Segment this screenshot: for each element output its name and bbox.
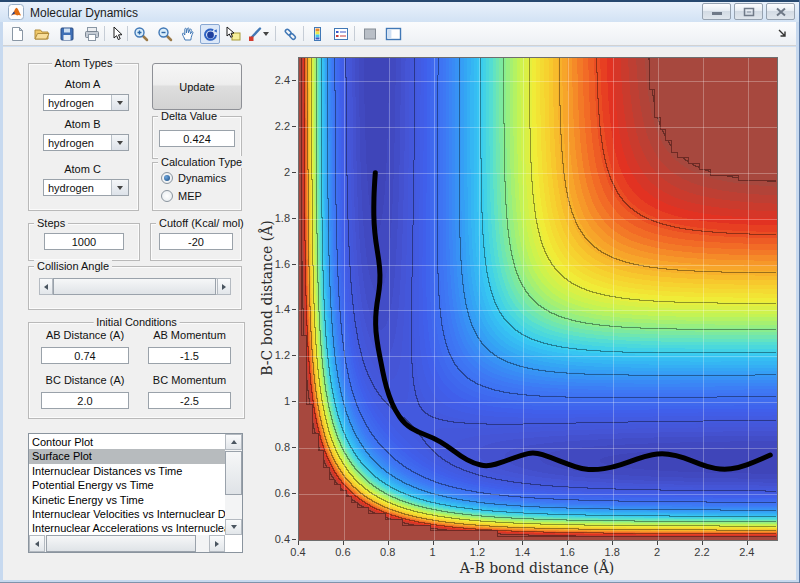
listbox-hscrollbar[interactable]	[29, 535, 225, 552]
y-tick-label: 1.8	[275, 212, 290, 224]
list-item[interactable]: Potential Energy vs Time	[29, 478, 225, 492]
x-tick-label: 0.8	[380, 546, 395, 558]
new-figure-button[interactable]	[7, 24, 27, 44]
plot-type-listbox[interactable]: Contour PlotSurface PlotInternuclear Dis…	[28, 433, 243, 553]
y-tick-label: 1.2	[275, 349, 290, 361]
open-file-icon	[34, 26, 50, 42]
ab-distance-label: AB Distance (A)	[41, 329, 129, 341]
x-tick-label: 0.4	[290, 546, 305, 558]
y-tick-label: 1.4	[275, 303, 290, 315]
zoom-out-icon	[157, 26, 173, 42]
bc-momentum-label: BC Momentum	[148, 374, 231, 386]
hscroll-thumb[interactable]	[46, 535, 196, 552]
hide-plot-tools-icon	[362, 26, 378, 42]
scroll-down-button[interactable]	[225, 519, 242, 535]
listbox-items: Contour PlotSurface PlotInternuclear Dis…	[29, 435, 225, 535]
x-tick-label: 1.6	[560, 546, 575, 558]
chevron-down-icon	[263, 32, 269, 36]
insert-legend-button[interactable]	[331, 24, 351, 44]
bc-momentum-field[interactable]	[148, 392, 231, 409]
atom-c-dropdown-button[interactable]	[111, 180, 128, 195]
right-arrow-icon	[222, 284, 226, 290]
x-tick-label: 1.8	[605, 546, 620, 558]
cutoff-panel: Cutoff (Kcal/ mol)	[150, 223, 242, 261]
minimize-button[interactable]	[702, 3, 731, 20]
edit-plot-button[interactable]	[107, 24, 127, 44]
y-tick-mark	[292, 447, 296, 448]
list-item[interactable]: Surface Plot	[29, 449, 225, 463]
dynamics-radio[interactable]: Dynamics	[161, 171, 226, 185]
pan-button[interactable]	[178, 24, 198, 44]
update-button[interactable]: Update	[152, 63, 242, 110]
title-bar[interactable]: Molecular Dynamics	[0, 2, 799, 22]
ab-distance-field[interactable]	[41, 347, 129, 364]
slider-right-arrow[interactable]	[217, 278, 231, 295]
x-tick-mark	[298, 541, 299, 545]
steps-title: Steps	[34, 217, 68, 229]
ab-momentum-field[interactable]	[148, 347, 231, 364]
delta-value-field[interactable]	[159, 130, 235, 147]
atom-a-select[interactable]: hydrogen	[43, 94, 129, 111]
x-tick-label: 1.4	[515, 546, 530, 558]
restore-button[interactable]	[734, 3, 763, 20]
list-item[interactable]: Kinetic Energy vs Time	[29, 493, 225, 507]
radio-unselected-icon	[161, 190, 173, 202]
slider-thumb[interactable]	[53, 278, 216, 295]
open-file-button[interactable]	[32, 24, 52, 44]
bc-distance-field[interactable]	[41, 392, 129, 409]
x-tick-mark	[567, 541, 568, 545]
y-tick-mark	[292, 126, 296, 127]
chevron-down-icon	[117, 141, 123, 145]
dock-figure-icon[interactable]	[778, 29, 788, 39]
chevron-down-icon	[117, 186, 123, 190]
list-item[interactable]: Internuclear Accelerations vs Internucle…	[29, 521, 225, 535]
steps-field[interactable]	[44, 233, 124, 250]
listbox-vscrollbar[interactable]	[225, 434, 242, 535]
scroll-up-button[interactable]	[225, 434, 242, 450]
mep-radio[interactable]: MEP	[161, 189, 202, 203]
link-plots-icon	[282, 26, 299, 43]
list-item[interactable]: Contour Plot	[29, 435, 225, 449]
y-tick-mark	[292, 493, 296, 494]
vscroll-thumb[interactable]	[225, 451, 242, 495]
atom-a-dropdown-button[interactable]	[111, 95, 128, 110]
y-tick-label: 0.8	[275, 441, 290, 453]
dynamics-radio-label: Dynamics	[178, 172, 226, 184]
matlab-icon	[8, 4, 24, 20]
y-tick-mark	[292, 218, 296, 219]
zoom-out-button[interactable]	[155, 24, 175, 44]
x-tick-mark	[657, 541, 658, 545]
zoom-in-button[interactable]	[131, 24, 151, 44]
hide-plot-tools-button[interactable]	[360, 24, 380, 44]
y-tick-mark	[292, 80, 296, 81]
insert-colorbar-button[interactable]	[308, 24, 328, 44]
potential-energy-surface-canvas[interactable]	[299, 58, 777, 540]
atom-c-value: hydrogen	[48, 182, 94, 194]
toolbar-separator	[275, 26, 276, 41]
list-item[interactable]: Internuclear Velocities vs Internuclear …	[29, 507, 225, 521]
print-button[interactable]	[82, 24, 102, 44]
rotate-3d-button[interactable]	[200, 24, 220, 44]
atom-b-dropdown-button[interactable]	[111, 135, 128, 150]
link-plots-button[interactable]	[280, 24, 300, 44]
contour-plot-axes[interactable]	[298, 57, 778, 541]
brush-dropdown-button[interactable]	[261, 24, 271, 44]
x-axis-label: A-B bond distance (Å)	[460, 560, 615, 576]
scroll-right-button[interactable]	[209, 535, 225, 552]
save-button[interactable]	[57, 24, 77, 44]
data-cursor-button[interactable]	[223, 24, 243, 44]
list-item[interactable]: Internuclear Distances vs Time	[29, 464, 225, 478]
slider-left-arrow[interactable]	[39, 278, 53, 295]
close-button[interactable]	[766, 3, 795, 20]
atom-b-label: Atom B	[28, 118, 137, 130]
atom-b-select[interactable]: hydrogen	[43, 134, 129, 151]
cutoff-field[interactable]	[159, 233, 233, 250]
scroll-left-button[interactable]	[29, 535, 45, 552]
collision-angle-slider[interactable]	[39, 278, 231, 295]
atom-c-select[interactable]: hydrogen	[43, 179, 129, 196]
print-icon	[84, 26, 100, 42]
x-tick-mark	[612, 541, 613, 545]
atom-c-label: Atom C	[28, 163, 137, 175]
show-plot-tools-button[interactable]	[383, 24, 403, 44]
zoom-in-icon	[133, 26, 149, 42]
